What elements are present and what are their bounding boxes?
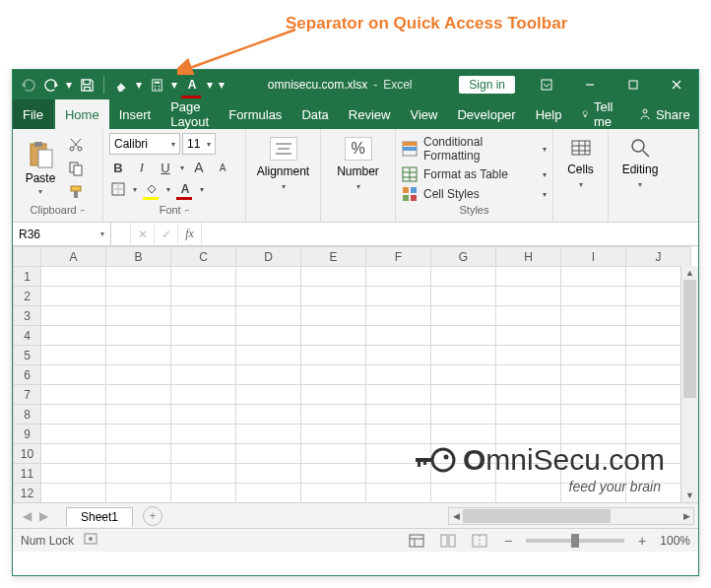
cell[interactable] xyxy=(41,267,106,287)
cell[interactable] xyxy=(171,425,236,444)
cell[interactable] xyxy=(366,425,431,444)
cell[interactable] xyxy=(236,365,301,385)
horizontal-scrollbar[interactable]: ◀ ▶ xyxy=(448,507,694,525)
cell[interactable] xyxy=(236,287,301,306)
copy-button[interactable] xyxy=(68,161,84,180)
view-page-layout-icon[interactable] xyxy=(437,532,459,550)
zoom-value[interactable]: 100% xyxy=(660,534,690,548)
cell[interactable] xyxy=(366,326,431,346)
sheet-nav-prev-icon[interactable]: ◀ xyxy=(23,509,32,523)
cell-styles-button[interactable]: Cell Styles▾ xyxy=(402,186,547,202)
cell[interactable] xyxy=(106,385,171,405)
cell[interactable] xyxy=(41,326,106,346)
font-size-combo[interactable]: 11▾ xyxy=(182,133,216,155)
select-all-corner[interactable] xyxy=(14,247,41,267)
cell[interactable] xyxy=(431,326,496,346)
cell[interactable] xyxy=(561,346,626,365)
alignment-button[interactable]: Alignment ▾ xyxy=(252,133,314,202)
cell[interactable] xyxy=(301,425,366,444)
cell[interactable] xyxy=(366,365,431,385)
paste-button[interactable]: Paste ▾ xyxy=(19,133,62,202)
qat-dropdown-3[interactable]: ▾ xyxy=(205,73,215,97)
cell[interactable] xyxy=(561,484,626,503)
font-name-combo[interactable]: Calibri▾ xyxy=(109,133,180,155)
cell[interactable] xyxy=(496,365,561,385)
tab-view[interactable]: View xyxy=(400,99,447,129)
cell[interactable] xyxy=(366,346,431,365)
scroll-thumb[interactable] xyxy=(463,509,611,523)
cell[interactable] xyxy=(366,267,431,287)
cell[interactable] xyxy=(496,326,561,346)
row-header[interactable]: 2 xyxy=(14,287,41,306)
cell[interactable] xyxy=(301,405,366,425)
scroll-up-icon[interactable]: ▲ xyxy=(681,266,698,280)
col-header[interactable]: C xyxy=(171,247,236,267)
cell[interactable] xyxy=(561,444,626,464)
scroll-right-icon[interactable]: ▶ xyxy=(679,508,693,524)
cell[interactable] xyxy=(496,385,561,405)
cell[interactable] xyxy=(431,464,496,484)
cell[interactable] xyxy=(431,267,496,287)
cell[interactable] xyxy=(431,444,496,464)
row-header[interactable]: 9 xyxy=(14,425,41,444)
cell[interactable] xyxy=(236,425,301,444)
italic-button[interactable]: I xyxy=(133,159,151,176)
cell[interactable] xyxy=(431,405,496,425)
col-header[interactable]: E xyxy=(301,247,366,267)
customize-qat-icon[interactable]: ▾ xyxy=(217,73,226,97)
enter-formula-button[interactable]: ✓ xyxy=(155,223,178,245)
col-header[interactable]: B xyxy=(106,247,171,267)
cell[interactable] xyxy=(106,425,171,444)
row-header[interactable]: 5 xyxy=(14,346,41,365)
formula-input[interactable] xyxy=(202,223,698,245)
tab-data[interactable]: Data xyxy=(291,99,338,129)
cell[interactable] xyxy=(561,306,626,326)
scroll-thumb[interactable] xyxy=(683,280,696,398)
tab-file[interactable]: File xyxy=(13,99,53,129)
cell[interactable] xyxy=(171,385,236,405)
cells-button[interactable]: Cells ▾ xyxy=(559,133,602,202)
qat-dropdown-2[interactable]: ▾ xyxy=(169,73,179,97)
cell[interactable] xyxy=(496,346,561,365)
cell[interactable] xyxy=(561,425,626,444)
cell[interactable] xyxy=(561,326,626,346)
cell[interactable] xyxy=(171,484,236,503)
close-icon[interactable] xyxy=(655,70,698,99)
cell[interactable] xyxy=(106,484,171,503)
cell[interactable] xyxy=(496,405,561,425)
cell[interactable] xyxy=(301,484,366,503)
cell[interactable] xyxy=(41,425,106,444)
cell[interactable] xyxy=(301,267,366,287)
col-header[interactable]: J xyxy=(626,247,691,267)
row-header[interactable]: 8 xyxy=(14,405,41,425)
dialog-launcher-icon[interactable]: ⌐ xyxy=(185,206,190,215)
cell[interactable] xyxy=(171,267,236,287)
cell[interactable] xyxy=(41,405,106,425)
tab-home[interactable]: Home xyxy=(55,99,109,129)
cell[interactable] xyxy=(106,365,171,385)
col-header[interactable]: F xyxy=(366,247,431,267)
editing-button[interactable]: Editing ▾ xyxy=(614,133,666,202)
row-header[interactable]: 11 xyxy=(14,464,41,484)
cell[interactable] xyxy=(106,306,171,326)
cell[interactable] xyxy=(41,365,106,385)
cell[interactable] xyxy=(236,405,301,425)
cell[interactable] xyxy=(496,484,561,503)
name-box[interactable]: R36 ▾ xyxy=(13,223,111,245)
scroll-down-icon[interactable]: ▼ xyxy=(681,489,698,502)
row-header[interactable]: 12 xyxy=(14,484,41,503)
chevron-down-icon[interactable]: ▾ xyxy=(133,185,137,194)
cell[interactable] xyxy=(496,444,561,464)
zoom-out-button[interactable]: − xyxy=(500,533,516,549)
cell[interactable] xyxy=(171,464,236,484)
cell[interactable] xyxy=(561,287,626,306)
cell[interactable] xyxy=(41,306,106,326)
cell[interactable] xyxy=(236,267,301,287)
cell[interactable] xyxy=(41,444,106,464)
zoom-slider[interactable] xyxy=(526,539,624,543)
cell[interactable] xyxy=(106,346,171,365)
format-painter-button[interactable] xyxy=(68,184,84,204)
cell[interactable] xyxy=(301,365,366,385)
cell[interactable] xyxy=(41,385,106,405)
cell[interactable] xyxy=(366,405,431,425)
